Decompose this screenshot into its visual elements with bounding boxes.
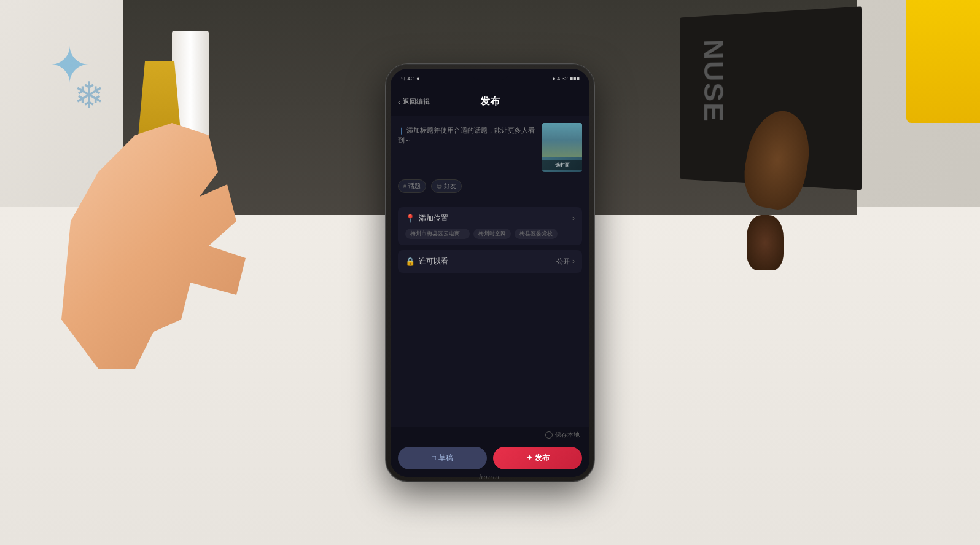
tags-section: # 话题 @ 好友 xyxy=(398,179,582,193)
save-circle-icon xyxy=(545,431,553,439)
draft-icon: □ xyxy=(432,453,436,462)
video-thumb-image xyxy=(542,123,582,157)
visibility-section[interactable]: 🔒 谁可以看 公开 › xyxy=(398,250,582,273)
back-label: 返回编辑 xyxy=(403,97,430,106)
location-section[interactable]: 📍 添加位置 › 梅州市梅县区云电商... 梅州时空网 梅县区委党校 xyxy=(398,207,582,245)
phone-brand: honor xyxy=(479,474,501,480)
save-local-row: 保存本地 xyxy=(391,427,589,443)
battery-icon: ■■■ xyxy=(570,76,580,82)
phone-screen: ↑↓ 4G ● ● 4:32 ■■■ ‹ 返回编辑 发布 xyxy=(391,69,589,477)
pine-cone-small xyxy=(747,215,784,270)
tag-friend-label: 好友 xyxy=(444,182,456,190)
phone-wrapper: ↑↓ 4G ● ● 4:32 ■■■ ‹ 返回编辑 发布 xyxy=(386,64,594,482)
publish-button[interactable]: ✦ 发布 xyxy=(493,447,582,469)
caption-section: ｜ 添加标题并使用合适的话题，能让更多人看到～ 选封面 xyxy=(398,123,582,172)
lock-icon: 🔒 xyxy=(405,257,415,266)
action-buttons: □ 草稿 ✦ 发布 xyxy=(391,443,589,477)
status-right: ● 4:32 ■■■ xyxy=(552,76,580,82)
location-left: 📍 添加位置 xyxy=(405,213,448,224)
location-label: 添加位置 xyxy=(419,213,448,224)
status-left: ↑↓ 4G ● xyxy=(400,76,419,82)
phone-notch xyxy=(472,69,508,80)
caption-placeholder: 添加标题并使用合适的话题，能让更多人看到～ xyxy=(398,127,535,144)
location-suggestions: 梅州市梅县区云电商... 梅州时空网 梅县区委党校 xyxy=(405,229,575,239)
caption-text[interactable]: ｜ 添加标题并使用合适的话题，能让更多人看到～ xyxy=(398,123,537,172)
app-header: ‹ 返回编辑 发布 xyxy=(391,88,589,116)
visibility-chevron-icon: › xyxy=(572,257,575,265)
video-thumb-label: 选封面 xyxy=(542,160,582,170)
location-chip-2[interactable]: 梅州时空网 xyxy=(473,229,511,239)
hand-shape xyxy=(61,123,246,369)
phone-body: ↑↓ 4G ● ● 4:32 ■■■ ‹ 返回编辑 发布 xyxy=(386,64,594,482)
hand xyxy=(61,123,246,369)
tag-topic[interactable]: # 话题 xyxy=(398,179,426,193)
save-local-label: 保存本地 xyxy=(555,431,580,439)
back-chevron-icon: ‹ xyxy=(398,98,400,106)
location-chip-3[interactable]: 梅县区委党校 xyxy=(515,229,558,239)
draft-button[interactable]: □ 草稿 xyxy=(398,447,487,469)
visibility-left: 🔒 谁可以看 xyxy=(405,256,448,267)
cursor-indicator: ｜ xyxy=(398,127,405,134)
yellow-object xyxy=(906,0,980,123)
location-icon: 📍 xyxy=(405,214,415,223)
location-chevron-icon: › xyxy=(572,214,575,222)
location-chip-1[interactable]: 梅州市梅县区云电商... xyxy=(405,229,470,239)
publish-label: 发布 xyxy=(535,453,550,463)
hash-icon: # xyxy=(403,183,406,189)
publish-icon: ✦ xyxy=(526,453,532,462)
back-button[interactable]: ‹ 返回编辑 xyxy=(398,97,430,106)
time-display: ● 4:32 xyxy=(552,76,567,82)
visibility-right: 公开 › xyxy=(556,257,575,266)
signal-icon: ↑↓ 4G ● xyxy=(400,76,419,82)
at-icon: @ xyxy=(437,183,442,189)
visibility-value: 公开 xyxy=(556,257,570,266)
divider-1 xyxy=(398,202,582,202)
visibility-label: 谁可以看 xyxy=(419,256,448,267)
sign-text: NUSE xyxy=(698,39,730,124)
draft-label: 草稿 xyxy=(438,453,453,463)
location-header: 📍 添加位置 › xyxy=(405,213,575,224)
tag-topic-label: 话题 xyxy=(408,182,421,190)
video-thumbnail[interactable]: 选封面 xyxy=(542,123,582,172)
page-title: 发布 xyxy=(480,95,500,108)
tag-friend[interactable]: @ 好友 xyxy=(431,179,462,193)
app-content: ｜ 添加标题并使用合适的话题，能让更多人看到～ 选封面 # 话题 xyxy=(391,116,589,477)
bottom-area: 保存本地 □ 草稿 ✦ 发布 xyxy=(391,427,589,477)
